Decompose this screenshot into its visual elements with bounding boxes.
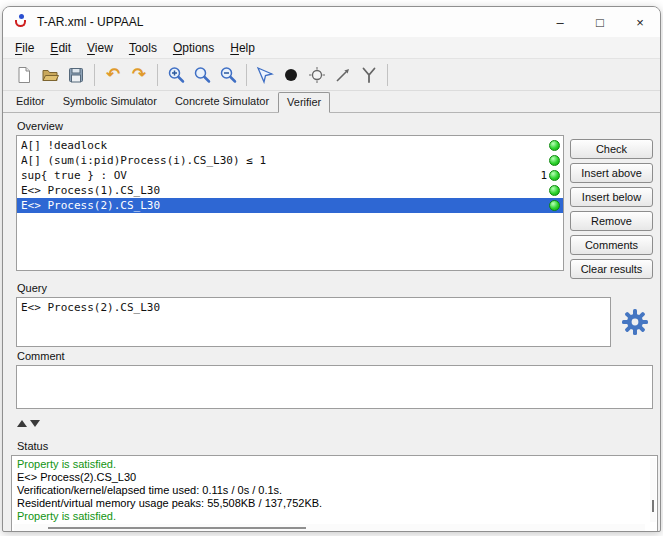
query-actions: Check Insert above Insert below Remove C…: [570, 135, 653, 279]
query-label: Query: [17, 282, 653, 294]
tab-bar: Editor Symbolic Simulator Concrete Simul…: [3, 91, 660, 113]
collapse-up-icon[interactable]: [17, 420, 27, 427]
verifier-panel: Overview A[] !deadlock A[] (sum(i:pid)Pr…: [3, 113, 660, 532]
horizontal-scrollbar[interactable]: [14, 524, 645, 531]
horizontal-scrollbar-thumb[interactable]: [48, 527, 306, 529]
title-bar[interactable]: T-AR.xml - UPPAAL – □ ×: [3, 7, 660, 37]
comment-label: Comment: [17, 350, 653, 362]
menu-view[interactable]: View: [79, 39, 121, 57]
result-satisfied-icon: [549, 200, 560, 211]
menu-bar: File Edit View Tools Options Help: [3, 37, 660, 59]
menu-edit[interactable]: Edit: [42, 39, 79, 57]
location-tool-icon[interactable]: [304, 62, 330, 88]
status-line: Property is satisfied.: [17, 458, 652, 471]
status-line: Verification/kernel/elapsed time used: 0…: [17, 484, 652, 497]
insert-above-button[interactable]: Insert above: [570, 163, 653, 183]
verification-settings-button[interactable]: [618, 305, 652, 339]
close-button[interactable]: ×: [620, 7, 660, 37]
query-editor[interactable]: E<> Process(2).CS_L30: [16, 297, 611, 347]
query-row[interactable]: A[] !deadlock: [17, 138, 563, 153]
comment-editor[interactable]: [16, 365, 653, 409]
zoom-reset-icon[interactable]: [189, 62, 215, 88]
vertical-scrollbar-thumb[interactable]: [652, 500, 654, 512]
open-folder-icon[interactable]: [37, 62, 63, 88]
toolbar-separator: [94, 64, 95, 86]
comments-button[interactable]: Comments: [570, 235, 653, 255]
remove-button[interactable]: Remove: [570, 211, 653, 231]
maximize-button[interactable]: □: [580, 7, 620, 37]
query-row-selected[interactable]: E<> Process(2).CS_L30: [17, 198, 563, 213]
split-pane-divider[interactable]: [16, 409, 653, 437]
check-button[interactable]: Check: [570, 139, 653, 159]
menu-options[interactable]: Options: [165, 39, 222, 57]
redo-icon[interactable]: ↷: [126, 62, 152, 88]
status-label: Status: [17, 440, 653, 452]
zoom-out-icon[interactable]: [215, 62, 241, 88]
gear-icon: [620, 307, 650, 337]
status-line: Resident/virtual memory usage peaks: 55,…: [17, 497, 652, 510]
result-satisfied-icon: [549, 170, 560, 181]
toolbar-separator: [157, 64, 158, 86]
tab-editor[interactable]: Editor: [7, 91, 54, 112]
result-satisfied-icon: [549, 155, 560, 166]
menu-tools[interactable]: Tools: [121, 39, 165, 57]
zoom-in-icon[interactable]: [163, 62, 189, 88]
tab-verifier[interactable]: Verifier: [278, 92, 330, 113]
undo-icon[interactable]: ↶: [100, 62, 126, 88]
toolbar-separator: [387, 64, 388, 86]
tab-symbolic-simulator[interactable]: Symbolic Simulator: [54, 91, 166, 112]
query-row[interactable]: sup{ true } : OV 1: [17, 168, 563, 183]
save-icon[interactable]: [63, 62, 89, 88]
query-row[interactable]: E<> Process(1).CS_L30: [17, 183, 563, 198]
clear-results-button[interactable]: Clear results: [570, 259, 653, 279]
collapse-down-icon[interactable]: [30, 420, 40, 427]
initial-location-icon[interactable]: [278, 62, 304, 88]
overview-label: Overview: [17, 120, 653, 132]
menu-help[interactable]: Help: [222, 39, 263, 57]
result-satisfied-icon: [549, 185, 560, 196]
selection-tool-icon[interactable]: [252, 62, 278, 88]
vertical-scrollbar[interactable]: [650, 458, 656, 522]
uppaal-window: T-AR.xml - UPPAAL – □ × File Edit View T…: [2, 6, 661, 532]
minimize-button[interactable]: –: [540, 7, 580, 37]
edge-tool-icon[interactable]: [330, 62, 356, 88]
query-list[interactable]: A[] !deadlock A[] (sum(i:pid)Process(i).…: [16, 135, 564, 271]
insert-below-button[interactable]: Insert below: [570, 187, 653, 207]
app-icon: [13, 14, 29, 30]
query-row[interactable]: A[] (sum(i:pid)Process(i).CS_L30) ≤ 1: [17, 153, 563, 168]
toolbar-separator: [246, 64, 247, 86]
new-file-icon[interactable]: [11, 62, 37, 88]
status-line: E<> Process(2).CS_L30: [17, 471, 652, 484]
nail-tool-icon[interactable]: [356, 62, 382, 88]
tab-concrete-simulator[interactable]: Concrete Simulator: [166, 91, 278, 112]
result-satisfied-icon: [549, 140, 560, 151]
window-controls: – □ ×: [540, 7, 660, 37]
status-log: Property is satisfied. E<> Process(2).CS…: [11, 455, 658, 532]
window-title: T-AR.xml - UPPAAL: [37, 15, 143, 29]
toolbar: ↶ ↷: [3, 59, 660, 91]
status-line: Property is satisfied.: [17, 510, 652, 523]
menu-file[interactable]: File: [7, 39, 42, 57]
